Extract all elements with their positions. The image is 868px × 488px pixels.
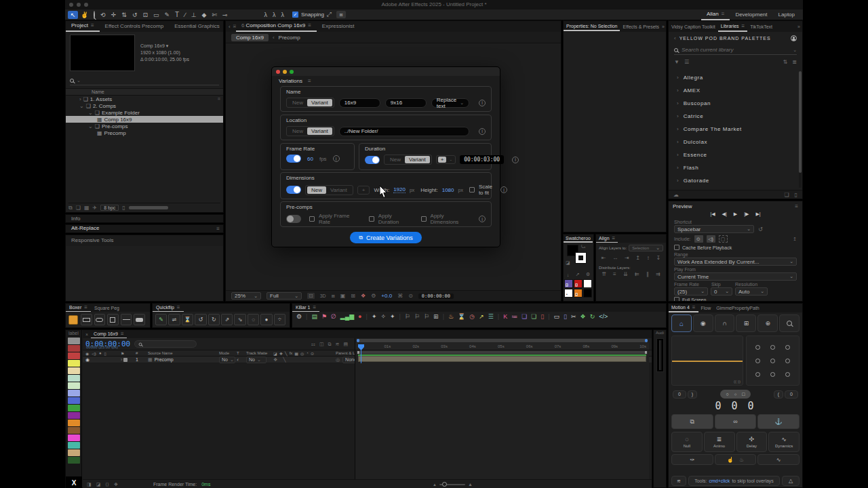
swatch[interactable]: •: [564, 289, 573, 298]
kbar-button[interactable]: ▯: [540, 313, 544, 320]
close-tab-icon[interactable]: ×: [83, 332, 91, 337]
time-navigator[interactable]: [357, 339, 648, 342]
tab-kbar[interactable]: KBar 1≡: [292, 304, 319, 312]
motion-anchor-tab-button[interactable]: ◉: [693, 314, 713, 332]
mask-visibility-icon[interactable]: ⧈: [332, 293, 335, 300]
kbar-button[interactable]: |: [498, 313, 499, 320]
kbar-button[interactable]: ❏: [521, 313, 527, 320]
axis-local-icon[interactable]: λ: [262, 12, 271, 18]
time-ruler[interactable]: 0s01s02s03s04s05s06s07s08s09s10s: [355, 343, 649, 350]
window-zoom-button[interactable]: [84, 3, 88, 7]
group-list-icon[interactable]: ☰: [684, 59, 689, 65]
kbar-button[interactable]: ❖: [580, 313, 586, 320]
kbar-button[interactable]: ●: [358, 313, 361, 320]
tab-project[interactable]: Project≡: [66, 21, 100, 32]
chevron-down-icon[interactable]: ⌄: [793, 47, 797, 53]
label-color-chip[interactable]: [68, 457, 80, 464]
background-swatch[interactable]: [575, 252, 587, 264]
project-col-name[interactable]: Name: [92, 89, 104, 94]
panel-menu-icon[interactable]: ≡: [308, 78, 311, 84]
tree-item-precomp[interactable]: ▦ Precomp: [66, 129, 223, 136]
duration-toggle[interactable]: [365, 156, 380, 164]
dimensions-toggle[interactable]: [286, 186, 301, 194]
axis-view-icon[interactable]: λ: [279, 12, 288, 18]
cache-checkbox[interactable]: [674, 245, 679, 250]
tab-flow[interactable]: Flow: [698, 305, 714, 311]
motion-close-paren-button[interactable]: ): [688, 390, 697, 399]
info-panel-header[interactable]: Info: [65, 214, 224, 223]
library-title[interactable]: YELLOW POD BRAND PALETTES: [679, 36, 771, 41]
workspace-tab-laptop[interactable]: Laptop: [773, 10, 800, 20]
default-swatches-icon[interactable]: ◪: [566, 260, 570, 266]
range-dropdown[interactable]: Work Area Extended By Current...⌄: [674, 258, 797, 266]
label-color-chip[interactable]: [68, 382, 80, 389]
account-icon[interactable]: [791, 35, 797, 41]
export-icon[interactable]: ↥: [793, 237, 797, 242]
motion-module-button[interactable]: ◌ Null: [671, 432, 703, 452]
dialog-tab-variations[interactable]: Variations: [279, 78, 302, 84]
create-variations-button[interactable]: ⧉ Create Variations: [350, 232, 422, 243]
fullscreen-checkbox[interactable]: [674, 297, 679, 302]
boxer-square-icon[interactable]: [107, 314, 119, 325]
tree-item-comps[interactable]: ⌄ ❏ 2. Comps: [66, 102, 223, 109]
tab-audio[interactable]: Audi: [654, 330, 666, 335]
inout-columns-icon[interactable]: ◪: [96, 482, 101, 487]
kbar-button[interactable]: ⚑: [321, 313, 327, 320]
tab-align[interactable]: Align≡: [596, 235, 618, 243]
skip-dropdown[interactable]: 0⌄: [711, 287, 732, 296]
swatcheroo-settings-icon[interactable]: ⚙: [586, 272, 590, 277]
anchor-point[interactable]: [755, 359, 760, 363]
quickflip-button[interactable]: ●: [260, 314, 272, 325]
mode-column[interactable]: Mode: [219, 351, 237, 355]
swatch[interactable]: [583, 279, 592, 288]
width-value[interactable]: 1920: [393, 186, 406, 193]
selection-tool[interactable]: ↖: [68, 11, 78, 19]
anchor-point[interactable]: [785, 345, 790, 350]
matte-column[interactable]: Track Matte: [246, 351, 273, 355]
dialog-zoom-button[interactable]: [290, 70, 294, 74]
name-info-icon[interactable]: i: [479, 100, 486, 106]
tree-item-assets[interactable]: › ❏ 1. Assets ⌗: [66, 96, 223, 102]
duration-plus-button[interactable]: +: [438, 157, 447, 163]
apply-framerate-checkbox[interactable]: [309, 216, 315, 222]
include-video-icon[interactable]: ⊙: [694, 235, 703, 243]
circle-large-icon[interactable]: ○: [726, 392, 728, 396]
label-color-chip[interactable]: [68, 352, 80, 359]
window-close-button[interactable]: [69, 3, 73, 7]
name-variant-option[interactable]: Variant: [307, 99, 332, 106]
duration-info-icon[interactable]: i: [512, 157, 519, 163]
label-color-chip[interactable]: [68, 434, 80, 441]
label-color-chip[interactable]: [68, 345, 80, 352]
name-replace-input[interactable]: 9x16: [385, 98, 427, 108]
interpret-footage-icon[interactable]: ⧉: [68, 205, 73, 211]
panel-menu-icon[interactable]: ≡: [795, 203, 798, 209]
work-area-bar[interactable]: [357, 350, 648, 354]
motion-apps-tab-button[interactable]: ⊞: [736, 314, 756, 332]
dimensions-new-option[interactable]: New: [307, 186, 326, 194]
tree-item-precomps-folder[interactable]: ⌄ ❏ Pre-comps: [66, 123, 223, 129]
graph-editor-icon[interactable]: ▤: [343, 342, 348, 347]
panel-overflow-icon[interactable]: »: [797, 24, 802, 29]
t-column[interactable]: T: [237, 351, 246, 355]
show-snapshot-icon[interactable]: ⊙: [408, 293, 413, 299]
duration-variant-option[interactable]: Variant: [405, 156, 430, 163]
library-search[interactable]: Search current library ⌄: [674, 45, 797, 55]
frame-blending-icon[interactable]: ⧉: [328, 342, 332, 347]
anchor-point[interactable]: [755, 345, 760, 350]
tab-expressionist[interactable]: Expressionist: [317, 22, 360, 31]
tab-quickflip[interactable]: Quickflip≡: [153, 304, 184, 312]
layer-twirl-icon[interactable]: ›: [121, 357, 122, 362]
distribute-icon[interactable]: ⇇: [635, 271, 639, 277]
library-trash-icon[interactable]: ▯: [795, 192, 797, 198]
chevron-right-icon[interactable]: ›: [677, 165, 679, 171]
circle-small-icon[interactable]: ○: [734, 392, 737, 396]
location-new-option[interactable]: New: [288, 127, 307, 135]
motion-target-tab-button[interactable]: ⊕: [757, 314, 778, 332]
boxer-line-icon[interactable]: [121, 314, 132, 325]
tab-alt-replace[interactable]: Alt-Replace: [66, 224, 104, 233]
boxer-cube-icon[interactable]: [68, 315, 78, 325]
swatch[interactable]: •: [574, 279, 583, 288]
distribute-icon[interactable]: ∥: [646, 271, 649, 277]
type-tool[interactable]: T: [172, 11, 182, 18]
name-new-option[interactable]: New: [288, 99, 307, 106]
